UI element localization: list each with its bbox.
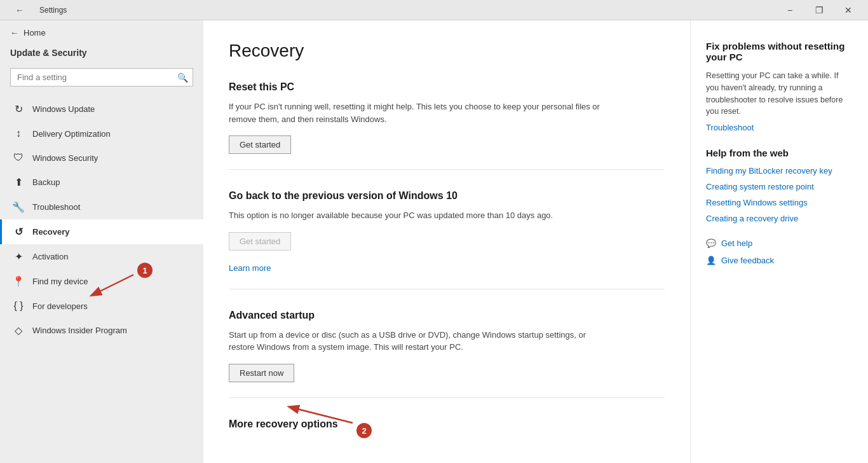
sidebar: ← Home Update & Security 🔍 ↻Windows Upda… xyxy=(0,20,203,463)
fix-problems-section: Fix problems without resetting your PC R… xyxy=(706,41,853,132)
nav-label-windows-insider: Windows Insider Program xyxy=(32,326,127,335)
nav-item-windows-insider[interactable]: ◇Windows Insider Program xyxy=(0,318,203,343)
nav-label-find-my-device: Find my device xyxy=(32,277,88,286)
restart-now-button[interactable]: Restart now xyxy=(229,364,294,382)
close-button[interactable]: ✕ xyxy=(834,0,863,20)
help-web-section: Help from the web Finding my BitLocker r… xyxy=(706,148,853,223)
nav-label-backup: Backup xyxy=(32,177,60,187)
get-help-action[interactable]: 💬 Get help xyxy=(706,238,853,248)
nav-label-recovery: Recovery xyxy=(32,227,70,237)
nav-icon-find-my-device: 📍 xyxy=(12,275,25,287)
reset-pc-title: Reset this PC xyxy=(229,81,665,93)
search-input[interactable] xyxy=(10,68,193,86)
search-box: 🔍 xyxy=(10,68,193,86)
nav-item-delivery-optimization[interactable]: ↕Delivery Optimization xyxy=(0,121,203,146)
go-back-button[interactable]: Get started xyxy=(229,232,291,251)
nav-label-activation: Activation xyxy=(32,252,68,261)
nav-items-container: ↻Windows Update↕Delivery Optimization🛡Wi… xyxy=(0,97,203,343)
nav-item-recovery[interactable]: ↺Recovery xyxy=(0,219,203,244)
app-container: ← Home Update & Security 🔍 ↻Windows Upda… xyxy=(0,20,868,463)
app-wrapper: ← Home Update & Security 🔍 ↻Windows Upda… xyxy=(0,20,868,463)
give-feedback-icon: 👤 xyxy=(706,256,716,265)
titlebar-left: ← Settings xyxy=(5,0,67,20)
sidebar-section-title: Update & Security xyxy=(0,45,203,68)
nav-label-windows-security: Windows Security xyxy=(32,153,98,163)
learn-more-link[interactable]: Learn more xyxy=(229,263,271,273)
nav-label-windows-update: Windows Update xyxy=(32,104,95,114)
nav-icon-windows-insider: ◇ xyxy=(12,324,25,336)
advanced-startup-title: Advanced startup xyxy=(229,310,665,321)
get-help-label[interactable]: Get help xyxy=(721,238,752,248)
go-back-desc: This option is no longer available becau… xyxy=(229,209,610,222)
give-feedback-action[interactable]: 👤 Give feedback xyxy=(706,256,853,265)
section-go-back: Go back to the previous version of Windo… xyxy=(229,190,665,289)
section-advanced-startup: Advanced startup Start up from a device … xyxy=(229,310,665,398)
web-link-2[interactable]: Resetting Windows settings xyxy=(706,198,853,207)
nav-label-for-developers: For developers xyxy=(32,301,88,311)
fix-title: Fix problems without resetting your PC xyxy=(706,41,853,62)
back-button[interactable]: ← xyxy=(5,0,34,20)
help-web-title: Help from the web xyxy=(706,148,853,158)
web-link-1[interactable]: Creating system restore point xyxy=(706,182,853,191)
nav-icon-recovery: ↺ xyxy=(12,226,25,238)
nav-icon-for-developers: { } xyxy=(12,300,25,312)
main-content: Recovery Reset this PC If your PC isn't … xyxy=(203,20,690,463)
nav-item-troubleshoot[interactable]: 🔧Troubleshoot xyxy=(0,195,203,219)
back-label: Home xyxy=(24,28,46,38)
search-icon: 🔍 xyxy=(177,73,188,83)
web-links-container: Finding my BitLocker recovery keyCreatin… xyxy=(706,166,853,223)
give-feedback-label[interactable]: Give feedback xyxy=(721,256,774,265)
nav-icon-troubleshoot: 🔧 xyxy=(12,201,25,213)
more-options-title: More recovery options xyxy=(229,418,665,430)
nav-icon-windows-update: ↻ xyxy=(12,103,25,115)
advanced-startup-desc: Start up from a device or disc (such as … xyxy=(229,329,610,354)
fix-desc: Resetting your PC can take a while. If y… xyxy=(706,70,853,118)
reset-pc-desc: If your PC isn't running well, resetting… xyxy=(229,100,610,125)
nav-icon-activation: ✦ xyxy=(12,251,25,263)
nav-item-windows-update[interactable]: ↻Windows Update xyxy=(0,97,203,121)
nav-label-delivery-optimization: Delivery Optimization xyxy=(32,129,111,139)
nav-item-backup[interactable]: ⬆Backup xyxy=(0,170,203,195)
nav-label-troubleshoot: Troubleshoot xyxy=(32,202,80,212)
help-actions-section: 💬 Get help 👤 Give feedback xyxy=(706,238,853,265)
reset-pc-button[interactable]: Get started xyxy=(229,135,291,154)
nav-item-windows-security[interactable]: 🛡Windows Security xyxy=(0,146,203,170)
section-more-options: More recovery options xyxy=(229,418,665,453)
nav-item-for-developers[interactable]: { }For developers xyxy=(0,294,203,318)
titlebar: ← Settings − ❐ ✕ xyxy=(0,0,868,20)
nav-item-activation[interactable]: ✦Activation xyxy=(0,244,203,269)
back-nav-button[interactable]: ← Home xyxy=(0,20,203,45)
nav-icon-backup: ⬆ xyxy=(12,176,25,188)
minimize-button[interactable]: − xyxy=(775,0,804,20)
nav-icon-windows-security: 🛡 xyxy=(12,152,25,163)
page-title: Recovery xyxy=(229,41,665,61)
troubleshoot-link[interactable]: Troubleshoot xyxy=(706,123,853,132)
get-help-icon: 💬 xyxy=(706,238,716,248)
right-panel: Fix problems without resetting your PC R… xyxy=(690,20,868,463)
nav-icon-delivery-optimization: ↕ xyxy=(12,128,25,139)
maximize-button[interactable]: ❐ xyxy=(804,0,834,20)
titlebar-title: Settings xyxy=(39,6,67,15)
go-back-title: Go back to the previous version of Windo… xyxy=(229,190,665,202)
web-link-0[interactable]: Finding my BitLocker recovery key xyxy=(706,166,853,176)
back-icon: ← xyxy=(10,28,18,38)
web-link-3[interactable]: Creating a recovery drive xyxy=(706,214,853,223)
titlebar-controls: − ❐ ✕ xyxy=(775,0,863,20)
section-reset-pc: Reset this PC If your PC isn't running w… xyxy=(229,81,665,170)
nav-item-find-my-device[interactable]: 📍Find my device xyxy=(0,269,203,294)
